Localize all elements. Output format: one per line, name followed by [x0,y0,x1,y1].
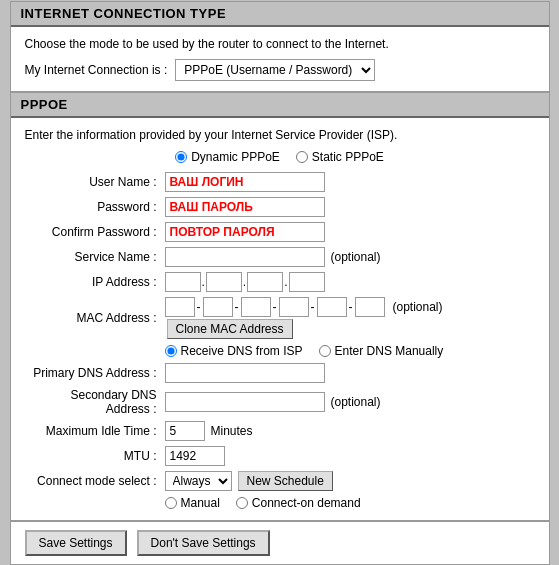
service-name-row: Service Name : (optional) [25,247,535,267]
password-row: Password : [25,197,535,217]
primary-dns-input[interactable] [165,363,325,383]
username-row: User Name : [25,172,535,192]
primary-dns-label: Primary DNS Address : [25,366,165,380]
receive-dns-radio[interactable] [165,345,177,357]
dynamic-pppoe-label: Dynamic PPPoE [191,150,280,164]
footer: Save Settings Don't Save Settings [11,520,549,564]
max-idle-row: Maximum Idle Time : Minutes [25,421,535,441]
mtu-label: MTU : [25,449,165,463]
password-input[interactable] [165,197,325,217]
mtu-row: MTU : [25,446,535,466]
secondary-dns-label: Secondary DNS Address : [25,388,165,416]
mac-address-label: MAC Address : [25,311,165,325]
dont-save-settings-button[interactable]: Don't Save Settings [137,530,270,556]
ip-field-1[interactable] [165,272,201,292]
mac-field-2[interactable] [203,297,233,317]
static-pppoe-option[interactable]: Static PPPoE [296,150,384,164]
manual-dns-label: Enter DNS Manually [335,344,444,358]
manual-radio[interactable] [165,497,177,509]
ip-field-3[interactable] [247,272,283,292]
secondary-optional: (optional) [331,395,381,409]
clone-mac-button[interactable]: Clone MAC Address [167,319,293,339]
service-name-input[interactable] [165,247,325,267]
ip-address-row: IP Address : . . . [25,272,535,292]
pppoe-intro: Enter the information provided by your I… [25,128,535,142]
mac-field-1[interactable] [165,297,195,317]
password-label: Password : [25,200,165,214]
manual-dns-option[interactable]: Enter DNS Manually [319,344,444,358]
section-header-pppoe: PPPOE [11,93,549,118]
mac-address-row: MAC Address : - - - - - (optio [25,297,535,339]
minutes-label: Minutes [211,424,253,438]
connect-mode-label: Connect mode select : [25,474,165,488]
manual-option[interactable]: Manual [165,496,220,510]
ip-address-fields: . . . [165,272,325,292]
mac-field-6[interactable] [355,297,385,317]
dynamic-pppoe-option[interactable]: Dynamic PPPoE [175,150,280,164]
connection-type-label: My Internet Connection is : [25,63,168,77]
mac-field-5[interactable] [317,297,347,317]
service-optional: (optional) [331,250,381,264]
dynamic-pppoe-radio[interactable] [175,151,187,163]
manual-label: Manual [181,496,220,510]
connect-mode-controls: Always New Schedule [165,471,333,491]
dns-radio-row: Receive DNS from ISP Enter DNS Manually [165,344,535,358]
receive-dns-label: Receive DNS from ISP [181,344,303,358]
static-pppoe-label: Static PPPoE [312,150,384,164]
connection-type-select[interactable]: PPPoE (Username / Password) Dynamic IP S… [175,59,375,81]
manual-dns-radio[interactable] [319,345,331,357]
new-schedule-button[interactable]: New Schedule [238,471,333,491]
save-settings-button[interactable]: Save Settings [25,530,127,556]
mac-optional: (optional) [393,300,443,314]
service-name-label: Service Name : [25,250,165,264]
receive-dns-option[interactable]: Receive DNS from ISP [165,344,303,358]
connect-sub-options: Manual Connect-on demand [165,496,535,510]
connect-mode-select[interactable]: Always [165,471,232,491]
mac-field-4[interactable] [279,297,309,317]
ip-field-2[interactable] [206,272,242,292]
secondary-dns-row: Secondary DNS Address : (optional) [25,388,535,416]
mtu-input[interactable] [165,446,225,466]
confirm-password-row: Confirm Password : [25,222,535,242]
secondary-dns-input[interactable] [165,392,325,412]
username-label: User Name : [25,175,165,189]
connect-demand-label: Connect-on demand [252,496,361,510]
mac-field-3[interactable] [241,297,271,317]
connection-type-intro: Choose the mode to be used by the router… [25,37,535,51]
max-idle-label: Maximum Idle Time : [25,424,165,438]
connect-on-demand-option[interactable]: Connect-on demand [236,496,361,510]
ip-field-4[interactable] [289,272,325,292]
connect-demand-radio[interactable] [236,497,248,509]
confirm-password-input[interactable] [165,222,325,242]
confirm-password-label: Confirm Password : [25,225,165,239]
primary-dns-row: Primary DNS Address : [25,363,535,383]
mac-fields: - - - - - (optional) [165,297,443,317]
connect-mode-row: Connect mode select : Always New Schedul… [25,471,535,491]
ip-address-label: IP Address : [25,275,165,289]
section-header-connection-type: INTERNET CONNECTION TYPE [11,2,549,27]
static-pppoe-radio[interactable] [296,151,308,163]
username-input[interactable] [165,172,325,192]
max-idle-input[interactable] [165,421,205,441]
